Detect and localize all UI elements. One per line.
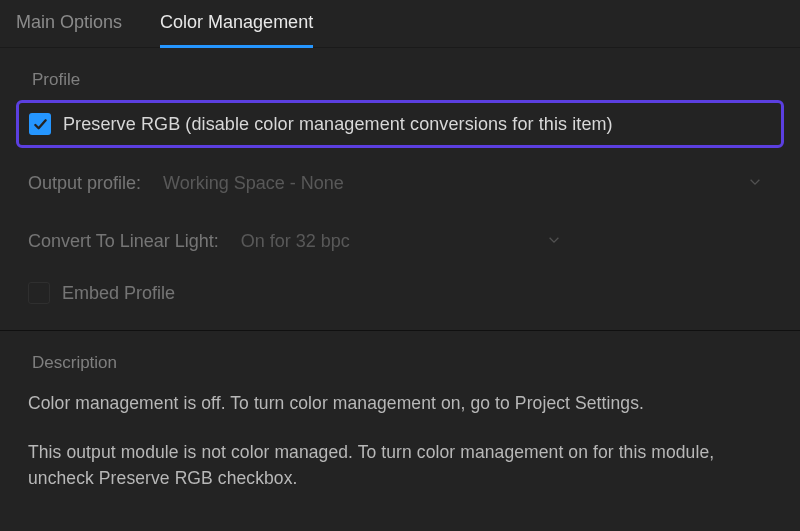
check-icon [33, 117, 48, 132]
description-section-title: Description [12, 331, 788, 373]
output-profile-label: Output profile: [28, 173, 141, 194]
output-profile-select[interactable]: Working Space - None [153, 166, 772, 200]
embed-profile-checkbox[interactable] [28, 282, 50, 304]
chevron-down-icon [547, 231, 561, 252]
profile-section-title: Profile [12, 48, 788, 90]
profile-section: Profile Preserve RGB (disable color mana… [0, 48, 800, 322]
tab-main-options[interactable]: Main Options [16, 12, 122, 47]
convert-linear-value: On for 32 bpc [241, 231, 350, 252]
description-body: Color management is off. To turn color m… [12, 373, 788, 491]
output-profile-row: Output profile: Working Space - None [12, 154, 788, 212]
preserve-rgb-checkbox[interactable] [29, 113, 51, 135]
embed-profile-row[interactable]: Embed Profile [12, 270, 788, 322]
description-line-1: Color management is off. To turn color m… [28, 391, 772, 416]
preserve-rgb-label: Preserve RGB (disable color management c… [63, 114, 613, 135]
description-line-2: This output module is not color managed.… [28, 440, 772, 491]
chevron-down-icon [748, 173, 762, 194]
preserve-rgb-highlight: Preserve RGB (disable color management c… [16, 100, 784, 148]
convert-linear-label: Convert To Linear Light: [28, 231, 219, 252]
tab-color-management[interactable]: Color Management [160, 12, 313, 48]
tab-bar: Main Options Color Management [0, 0, 800, 48]
preserve-rgb-row[interactable]: Preserve RGB (disable color management c… [29, 113, 771, 135]
output-profile-value: Working Space - None [163, 173, 344, 194]
convert-linear-select[interactable]: On for 32 bpc [231, 224, 571, 258]
embed-profile-label: Embed Profile [62, 283, 175, 304]
description-section: Description Color management is off. To … [0, 331, 800, 491]
convert-linear-row: Convert To Linear Light: On for 32 bpc [12, 212, 788, 270]
